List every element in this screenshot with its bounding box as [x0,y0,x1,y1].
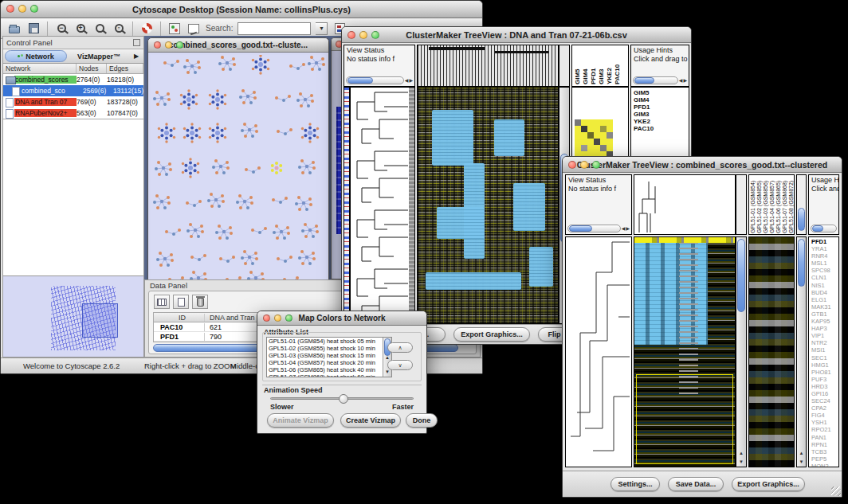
scroll-down-icon[interactable]: ▼ [799,459,804,464]
birdseye-overview[interactable] [3,275,143,357]
animation-speed-slider[interactable] [270,397,414,400]
vizmapper-button[interactable] [167,21,182,36]
network-table-row[interactable]: combined_sco 2569(6) 13112(15) [3,85,143,96]
export-graphics-button[interactable]: Export Graphics... [732,477,805,491]
zoom-button[interactable] [176,41,183,49]
gene-label[interactable]: PAN1 [811,434,838,441]
gene-label[interactable]: GTB1 [811,311,838,318]
gene-label[interactable]: TCB3 [811,448,838,455]
float-panel-icon[interactable] [133,39,140,46]
scroll-left-icon[interactable]: ◀ [622,225,626,232]
column-label[interactable]: PAC10 [614,47,621,84]
column-label[interactable]: GPL51-07 (GSM868) [782,176,788,233]
heatmap-vscrollbar[interactable]: ▲▼ [736,236,747,467]
column-label[interactable]: GPL51-06 (GSM865) [775,176,782,233]
gene-label[interactable]: BUD4 [811,289,838,296]
gene-label[interactable]: MON2 [811,463,838,467]
zoom-button[interactable] [30,5,38,13]
scroll-left-icon[interactable]: ◀ [679,76,683,84]
network-view-titlebar[interactable]: combined_scores_good.txt--cluste... [148,38,328,53]
done-button[interactable]: Done [406,413,438,428]
gene-label[interactable]: KAP95 [811,318,838,325]
column-label[interactable]: YKE2 [606,47,613,84]
close-button[interactable] [263,315,270,322]
gene-label[interactable]: CPA2 [811,404,838,412]
scroll-left-icon[interactable]: ◀ [405,76,409,84]
gene-label[interactable]: SEC24 [811,397,838,404]
view-status-hscrollbar[interactable]: ◀ ▶ [567,224,630,232]
open-file-button[interactable] [7,21,22,36]
scroll-down-icon[interactable]: ▼ [739,459,744,464]
zoom-button[interactable] [285,315,292,322]
gene-label[interactable]: GIM4 [634,96,686,104]
treeview2-titlebar[interactable]: ClusterMaker TreeView : combined_scores_… [563,157,842,173]
tab-overflow-icon[interactable]: ▶ [131,53,142,60]
attribute-list-item[interactable]: GPL51-02 (GSM855) heat shock 10 min [267,345,391,352]
scroll-up-icon[interactable]: ▲ [799,451,804,455]
treeview1-titlebar[interactable]: ClusterMaker TreeView : DNA and Tran 07-… [342,27,691,43]
attribute-listbox[interactable]: GPL51-01 (GSM854) heat shock 05 minGPL51… [266,337,392,377]
select-attributes-button[interactable] [154,295,170,309]
zoom-in-button[interactable]: + [73,21,88,36]
scroll-up-icon[interactable]: ▲ [739,451,744,455]
gene-label[interactable]: PEP5 [811,455,838,463]
zoom-button[interactable] [371,31,379,39]
zoom-selected-button[interactable] [92,21,107,36]
global-heatmap[interactable] [634,236,736,467]
gene-label[interactable]: RPN1 [811,441,838,448]
scroll-up-icon[interactable]: ▲ [385,355,390,360]
usage-hints-hscrollbar[interactable]: ◀ ▶ [633,76,687,84]
attribute-list-item[interactable]: GPL51-03 (GSM856) heat shock 15 min [267,352,391,359]
gene-label[interactable]: FIG4 [811,412,838,419]
minimize-button[interactable] [580,161,588,169]
gene-label[interactable]: GPI16 [811,390,838,397]
minimize-button[interactable] [359,31,367,39]
gene-label[interactable]: PHO81 [811,369,838,376]
close-button[interactable] [347,31,355,39]
row-dendrogram[interactable] [565,236,632,467]
column-label[interactable]: PFD1 [590,47,597,84]
zoom-heatmap[interactable] [748,236,795,467]
minimize-button[interactable] [18,5,26,13]
column-dendrogram[interactable] [634,174,736,235]
selected-cluster-heatmap[interactable] [575,119,613,158]
overview-viewport-box[interactable] [82,303,119,337]
gene-label[interactable]: YRA1 [811,245,838,252]
help-button[interactable] [139,21,154,36]
gene-label[interactable]: SPC98 [811,267,838,274]
main-titlebar[interactable]: Cytoscape Desktop (Session Name: collins… [1,1,482,18]
network-table-row[interactable]: combined_scores 2764(0) 16218(0) [3,74,143,85]
gene-label[interactable]: HAP3 [811,325,838,332]
animate-vizmap-button[interactable]: Animate Vizmap [267,413,334,428]
column-label[interactable]: GIM3 [598,47,605,84]
gene-label[interactable]: PFD1 [811,238,838,245]
column-label[interactable]: GPL51-01 (GSM854) [750,176,756,233]
column-label[interactable]: GIM5 [574,47,581,84]
attribute-list-item[interactable]: GPL51-06 (GSM865) heat shock 40 min [267,366,391,373]
column-label[interactable]: GIM4 [582,47,589,84]
scroll-right-icon[interactable]: ▶ [683,76,687,84]
gene-label[interactable]: ELG1 [811,296,838,303]
delete-attribute-button[interactable] [192,295,208,309]
scroll-down-icon[interactable]: ▼ [385,369,390,374]
gene-label[interactable]: MAK31 [811,303,838,311]
move-down-button[interactable]: ∨ [387,360,413,370]
gene-label[interactable]: GIM5 [634,89,686,96]
create-vizmap-button[interactable]: Create Vizmap [340,413,401,428]
column-label[interactable]: GPL51-02 (GSM855) [756,176,763,233]
gene-label[interactable]: YSH1 [811,419,838,426]
gene-label[interactable]: SEC1 [811,354,838,361]
tab-network[interactable]: Network [5,50,67,62]
minimize-button[interactable] [274,315,281,322]
column-dendrogram[interactable] [417,45,559,87]
gene-label[interactable]: CLN1 [811,274,838,281]
save-data-button[interactable]: Save Data... [668,477,724,491]
annotation-button[interactable] [186,21,201,36]
gene-label[interactable]: NTR2 [811,339,838,346]
gene-label[interactable]: HMG1 [811,361,838,369]
close-button[interactable] [6,5,14,13]
resize-grip[interactable] [831,486,841,496]
settings-button[interactable]: Settings... [610,477,660,491]
network-table-header[interactable]: Network Nodes Edges [3,64,143,74]
view-status-hscrollbar[interactable]: ◀ ▶ [346,76,413,84]
